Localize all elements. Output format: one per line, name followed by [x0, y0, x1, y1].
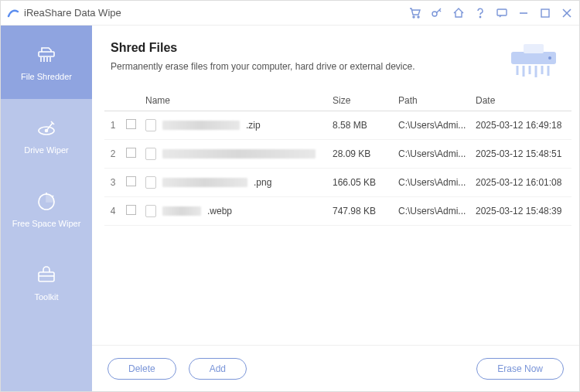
file-size: 747.98 KB — [328, 197, 394, 226]
row-index: 1 — [104, 111, 121, 140]
file-icon — [145, 176, 156, 189]
add-button[interactable]: Add — [189, 358, 247, 380]
page-title: Shred Files — [111, 41, 415, 55]
table-row[interactable]: 4.webp747.98 KBC:\Users\Admi...2025-03-1… — [104, 197, 571, 226]
free-space-wiper-icon — [36, 191, 57, 213]
file-path: C:\Users\Admi... — [394, 169, 471, 197]
file-icon — [145, 205, 156, 217]
file-name-redacted — [162, 178, 247, 187]
key-icon[interactable] — [431, 7, 443, 19]
sidebar-item-label: Drive Wiper — [24, 145, 68, 155]
file-icon — [145, 119, 156, 131]
help-icon[interactable] — [474, 7, 486, 19]
svg-point-2 — [432, 12, 437, 16]
svg-rect-19 — [39, 272, 54, 281]
erase-now-button[interactable]: Erase Now — [476, 358, 564, 380]
file-shredder-icon — [36, 44, 57, 66]
file-path: C:\Users\Admi... — [394, 197, 471, 226]
table-row[interactable]: 1.zip8.58 MBC:\Users\Admi...2025-03-12 1… — [104, 111, 571, 140]
titlebar-actions — [409, 7, 573, 19]
home-icon[interactable] — [452, 7, 465, 19]
row-index: 2 — [104, 140, 121, 169]
svg-rect-22 — [524, 44, 544, 53]
sidebar-item-toolkit[interactable]: Toolkit — [1, 246, 92, 319]
svg-rect-9 — [39, 52, 54, 56]
main: Shred Files Permanently erase files from… — [92, 26, 579, 391]
file-date: 2025-03-12 16:49:18 — [471, 111, 571, 140]
sidebar-item-free-space-wiper[interactable]: Free Space Wiper — [1, 172, 92, 246]
toolkit-icon — [36, 264, 57, 286]
file-size: 166.05 KB — [328, 169, 394, 197]
svg-point-23 — [548, 56, 551, 60]
close-icon[interactable] — [561, 7, 573, 19]
body: File Shredder Drive Wiper Free Space Wip… — [1, 26, 579, 391]
titlebar: iReaShare Data Wipe — [1, 1, 579, 26]
col-path[interactable]: Path — [394, 90, 471, 111]
page-subtitle: Permanently erase files from your comput… — [111, 61, 415, 72]
app-logo-icon — [7, 7, 19, 19]
col-date[interactable]: Date — [471, 90, 571, 111]
row-checkbox[interactable] — [126, 176, 136, 186]
footer: Delete Add Erase Now — [92, 345, 579, 391]
minimize-icon[interactable] — [517, 7, 530, 19]
table-row[interactable]: 228.09 KBC:\Users\Admi...2025-03-12 15:4… — [104, 140, 571, 169]
svg-point-0 — [413, 16, 415, 18]
file-name-redacted — [162, 206, 201, 216]
col-checkbox — [121, 90, 141, 111]
file-ext: .zip — [246, 120, 261, 131]
sidebar-item-label: File Shredder — [21, 72, 72, 81]
file-date: 2025-03-12 15:48:39 — [471, 197, 571, 226]
col-size[interactable]: Size — [328, 90, 394, 111]
file-ext: .webp — [207, 206, 232, 216]
row-index: 4 — [104, 197, 121, 226]
row-checkbox[interactable] — [126, 205, 136, 215]
row-checkbox[interactable] — [126, 148, 136, 158]
col-index — [104, 90, 121, 111]
cart-icon[interactable] — [409, 7, 421, 19]
file-name-redacted — [162, 149, 316, 159]
svg-point-1 — [418, 16, 419, 18]
row-checkbox[interactable] — [126, 119, 136, 129]
sidebar-item-label: Free Space Wiper — [12, 219, 81, 228]
maximize-icon[interactable] — [539, 7, 551, 19]
sidebar-item-file-shredder[interactable]: File Shredder — [1, 26, 92, 99]
file-name-redacted — [162, 121, 240, 130]
col-name[interactable]: Name — [141, 90, 328, 111]
file-path: C:\Users\Admi... — [394, 140, 471, 169]
feedback-icon[interactable] — [496, 7, 508, 19]
page-header: Shred Files Permanently erase files from… — [92, 26, 579, 90]
sidebar-item-drive-wiper[interactable]: Drive Wiper — [1, 99, 92, 172]
svg-rect-6 — [541, 9, 549, 17]
app-window: iReaShare Data Wipe — [0, 0, 580, 392]
file-table: Name Size Path Date 1.zip8.58 MBC:\Users… — [104, 90, 571, 226]
svg-rect-4 — [497, 9, 507, 15]
file-size: 8.58 MB — [328, 111, 394, 140]
sidebar-item-label: Toolkit — [34, 292, 58, 302]
shredder-graphic-icon — [507, 41, 561, 80]
drive-wiper-icon — [36, 118, 57, 139]
sidebar: File Shredder Drive Wiper Free Space Wip… — [1, 26, 92, 391]
file-table-wrap: Name Size Path Date 1.zip8.58 MBC:\Users… — [92, 90, 579, 345]
app-title: iReaShare Data Wipe — [24, 7, 121, 19]
table-row[interactable]: 3.png166.05 KBC:\Users\Admi...2025-03-12… — [104, 169, 571, 197]
file-date: 2025-03-12 16:01:08 — [471, 169, 571, 197]
file-date: 2025-03-12 15:48:51 — [471, 140, 571, 169]
file-ext: .png — [254, 177, 271, 188]
file-size: 28.09 KB — [328, 140, 394, 169]
svg-point-3 — [479, 16, 480, 17]
delete-button[interactable]: Delete — [107, 358, 176, 380]
file-icon — [145, 148, 156, 160]
file-path: C:\Users\Admi... — [394, 111, 471, 140]
row-index: 3 — [104, 169, 121, 197]
